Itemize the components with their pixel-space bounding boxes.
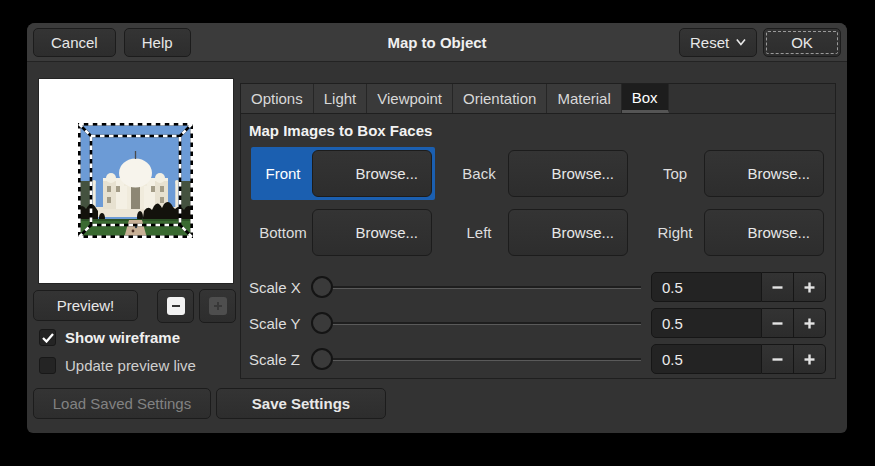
tab-options[interactable]: Options: [241, 84, 314, 113]
scale-z-decrement-button[interactable]: [762, 344, 794, 374]
plus-icon: [803, 317, 816, 330]
scale-x-row: Scale X 0.5: [249, 269, 827, 305]
scale-y-label: Scale Y: [249, 315, 309, 332]
face-left-label: Left: [450, 224, 508, 241]
chevron-down-icon: [736, 38, 746, 46]
dialog-body: Preview! Show wireframe Update preview l…: [27, 63, 847, 433]
scale-x-slider[interactable]: [311, 275, 641, 299]
tab-orientation[interactable]: Orientation: [453, 84, 547, 113]
face-top: Top Browse...: [643, 147, 827, 200]
scale-controls: Scale X 0.5: [249, 269, 827, 377]
scale-x-spinbox: 0.5: [651, 272, 827, 302]
face-back-label: Back: [450, 165, 508, 182]
scale-y-spinbox: 0.5: [651, 308, 827, 338]
settings-notebook: Options Light Viewpoint Orientation Mate…: [240, 83, 836, 379]
plus-icon: [803, 281, 816, 294]
tab-box[interactable]: Box: [622, 84, 669, 113]
slider-thumb[interactable]: [311, 312, 333, 334]
cancel-button[interactable]: Cancel: [33, 28, 116, 57]
show-wireframe-checkbox-row[interactable]: Show wireframe: [39, 329, 180, 346]
tab-strip: Options Light Viewpoint Orientation Mate…: [241, 84, 835, 114]
slider-track: [319, 358, 641, 360]
zoom-out-icon: [167, 297, 185, 315]
reset-button-label: Reset: [690, 34, 729, 51]
minus-icon: [771, 281, 784, 294]
scale-x-decrement-button[interactable]: [762, 272, 794, 302]
scale-y-value-input[interactable]: 0.5: [651, 308, 762, 338]
minus-icon: [771, 353, 784, 366]
zoom-in-button[interactable]: [199, 289, 236, 323]
show-wireframe-label: Show wireframe: [65, 329, 180, 346]
tab-light[interactable]: Light: [314, 84, 368, 113]
scale-z-slider[interactable]: [311, 347, 641, 371]
scale-x-label: Scale X: [249, 279, 309, 296]
scale-z-increment-button[interactable]: [794, 344, 826, 374]
face-bottom: Bottom Browse...: [251, 206, 435, 259]
zoom-out-button[interactable]: [157, 289, 194, 323]
dialog-header: Cancel Help Map to Object Reset OK: [27, 23, 847, 62]
slider-track: [319, 286, 641, 288]
reset-button[interactable]: Reset: [679, 28, 757, 57]
face-left: Left Browse...: [447, 206, 631, 259]
box-tab-content: Map Images to Box Faces Front Browse... …: [241, 114, 835, 377]
box-faces-grid: Front Browse... Back Browse... Top Brows…: [251, 147, 827, 259]
face-top-label: Top: [646, 165, 704, 182]
checkbox-checked-icon[interactable]: [39, 329, 56, 346]
ok-button[interactable]: OK: [763, 28, 841, 57]
tab-material[interactable]: Material: [547, 84, 621, 113]
face-front-browse-button[interactable]: Browse...: [312, 150, 432, 197]
face-left-browse-button[interactable]: Browse...: [508, 209, 628, 256]
minus-icon: [771, 317, 784, 330]
face-right: Right Browse...: [643, 206, 827, 259]
face-bottom-label: Bottom: [254, 224, 312, 241]
face-back: Back Browse...: [447, 147, 631, 200]
face-right-browse-button[interactable]: Browse...: [704, 209, 824, 256]
tab-viewpoint[interactable]: Viewpoint: [367, 84, 453, 113]
face-bottom-browse-button[interactable]: Browse...: [312, 209, 432, 256]
scale-z-value-input[interactable]: 0.5: [651, 344, 762, 374]
preview-image: [47, 91, 225, 271]
preview-button[interactable]: Preview!: [33, 290, 138, 321]
scale-y-decrement-button[interactable]: [762, 308, 794, 338]
face-front: Front Browse...: [251, 147, 435, 200]
slider-thumb[interactable]: [311, 276, 333, 298]
slider-track: [319, 322, 641, 324]
scale-z-label: Scale Z: [249, 351, 309, 368]
face-front-label: Front: [254, 165, 312, 182]
load-saved-settings-button[interactable]: Load Saved Settings: [33, 388, 211, 419]
scale-z-row: Scale Z 0.5: [249, 341, 827, 377]
scale-y-row: Scale Y 0.5: [249, 305, 827, 341]
face-back-browse-button[interactable]: Browse...: [508, 150, 628, 197]
face-top-browse-button[interactable]: Browse...: [704, 150, 824, 197]
scale-z-spinbox: 0.5: [651, 344, 827, 374]
preview-area[interactable]: [38, 78, 234, 284]
update-preview-checkbox-row[interactable]: Update preview live: [39, 357, 196, 374]
scale-y-slider[interactable]: [311, 311, 641, 335]
taj-mahal-photo: [78, 123, 193, 238]
face-right-label: Right: [646, 224, 704, 241]
help-button[interactable]: Help: [124, 28, 191, 57]
scale-x-value-input[interactable]: 0.5: [651, 272, 762, 302]
zoom-in-icon: [209, 297, 227, 315]
scale-y-increment-button[interactable]: [794, 308, 826, 338]
map-to-object-dialog: Cancel Help Map to Object Reset OK: [27, 23, 847, 433]
scale-x-increment-button[interactable]: [794, 272, 826, 302]
slider-thumb[interactable]: [311, 348, 333, 370]
checkbox-unchecked-icon[interactable]: [39, 357, 56, 374]
update-preview-label: Update preview live: [65, 357, 196, 374]
plus-icon: [803, 353, 816, 366]
save-settings-button[interactable]: Save Settings: [216, 388, 386, 419]
section-title: Map Images to Box Faces: [249, 122, 827, 139]
